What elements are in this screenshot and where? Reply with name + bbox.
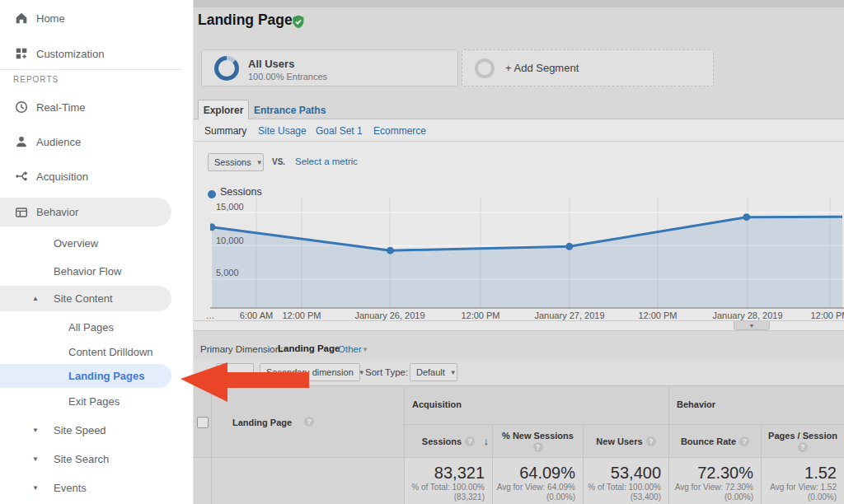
chevron-down-icon: ▼	[450, 369, 457, 376]
x-axis-tick: January 28, 2019	[712, 310, 782, 320]
column-header-new-sessions[interactable]: % New Sessions ?	[493, 425, 584, 458]
clock-icon	[13, 99, 30, 115]
totals-cell-new-users: 53,400 % of Total: 100.00% (53,400)	[584, 458, 669, 504]
add-segment-button[interactable]: + Add Segment	[462, 49, 714, 86]
caret-down-icon: ▼	[32, 455, 39, 463]
totals-cell-bounce-rate: 72.30% Avg for View: 72.30% (0.00%)	[669, 458, 762, 504]
segment-name: All Users	[248, 58, 294, 70]
group-header-label: Behavior	[677, 399, 715, 409]
top-shadow-strip	[193, 0, 844, 7]
column-header-sessions[interactable]: Sessions ? ↓	[405, 425, 493, 458]
reports-section-label: REPORTS	[13, 75, 59, 84]
sidebar-item-label: Behavior Flow	[54, 265, 121, 278]
total-value: 1.52	[762, 464, 844, 483]
group-header-acquisition: Acquisition	[405, 385, 669, 425]
sidebar-item-audience[interactable]: Audience	[0, 130, 171, 153]
sidebar-item-site-search[interactable]: ▼ Site Search	[0, 447, 171, 470]
sidebar-item-label: Landing Pages	[68, 370, 144, 382]
sidebar-item-exit-pages[interactable]: Exit Pages	[0, 390, 171, 413]
sidebar-item-label: Customization	[36, 48, 104, 60]
caret-down-icon: ▼	[32, 484, 39, 492]
add-segment-donut-icon	[475, 58, 495, 78]
x-axis-tick: 12:00 PM	[282, 310, 321, 320]
sidebar-item-customization[interactable]: Customization	[0, 42, 171, 65]
x-axis-tick: 12:00 PM	[810, 310, 844, 320]
sidebar-item-events[interactable]: ▼ Events	[0, 476, 171, 499]
add-segment-label: + Add Segment	[505, 62, 579, 74]
total-subtext: % of Total: 100.00%	[584, 483, 668, 492]
select-metric-link[interactable]: Select a metric	[295, 156, 358, 166]
segment-all-users[interactable]: All Users 100.00% Entrances	[201, 49, 458, 86]
help-icon[interactable]: ?	[646, 436, 656, 446]
tab-explorer[interactable]: Explorer	[198, 100, 249, 119]
help-icon[interactable]: ?	[739, 436, 749, 446]
column-header-bounce-rate[interactable]: Bounce Rate ?	[669, 425, 762, 458]
sidebar-item-label: Audience	[36, 136, 81, 148]
subnav-divider	[193, 141, 844, 142]
sort-type-value: Default	[416, 367, 445, 377]
primary-dimension-label: Primary Dimension:	[200, 344, 283, 354]
help-icon[interactable]: ?	[465, 436, 475, 446]
person-icon	[13, 133, 30, 150]
sidebar-item-all-pages[interactable]: All Pages	[0, 315, 171, 338]
sidebar-item-label: Site Content	[54, 292, 113, 305]
help-icon[interactable]: ?	[304, 417, 314, 427]
sidebar-item-acquisition[interactable]: Acquisition	[0, 165, 171, 188]
x-axis-tick: 12:00 PM	[461, 310, 499, 320]
sidebar-item-site-content[interactable]: ▲ Site Content	[0, 286, 171, 311]
subnav-goal-set-1[interactable]: Goal Set 1	[316, 125, 363, 137]
sidebar-item-content-drilldown[interactable]: Content Drilldown	[0, 340, 171, 363]
totals-cell-sessions: 83,321 % of Total: 100.00% (83,321)	[405, 458, 493, 504]
subnav-summary[interactable]: Summary	[204, 125, 246, 137]
totals-row-landing-page-cell	[212, 458, 405, 504]
help-icon[interactable]: ?	[533, 442, 543, 452]
customization-icon	[13, 45, 30, 62]
column-header-new-users[interactable]: New Users ?	[584, 425, 669, 458]
column-header-pages-session[interactable]: Pages / Session ?	[762, 425, 844, 458]
x-axis-tick: …	[206, 310, 215, 320]
sidebar-item-behavior-flow[interactable]: Behavior Flow	[0, 259, 171, 282]
ga-landing-pages-screen: { "sidebar": { "reports_label": "REPORTS…	[0, 0, 844, 504]
select-all-checkbox[interactable]	[197, 417, 209, 428]
total-subtext: (0.00%)	[762, 492, 844, 502]
total-subtext: (53,400)	[584, 492, 668, 502]
sidebar-item-label: Site Speed	[54, 424, 106, 436]
tab-entrance-paths[interactable]: Entrance Paths	[254, 105, 326, 116]
primary-dimension-value[interactable]: Landing Page	[278, 343, 340, 353]
column-header-label: Landing Page	[232, 418, 292, 427]
column-header-landing-page[interactable]: Landing Page ?	[212, 385, 405, 458]
sidebar-item-real-time[interactable]: Real-Time	[0, 96, 171, 119]
sort-type-dropdown[interactable]: Default ▼	[410, 363, 457, 381]
help-icon[interactable]: ?	[798, 442, 808, 452]
sidebar-item-home[interactable]: Home	[0, 7, 171, 30]
tab-label: Explorer	[204, 105, 244, 116]
data-point	[387, 247, 394, 254]
sidebar-item-label: Real-Time	[36, 101, 85, 114]
column-header-label: Sessions	[422, 436, 462, 446]
group-header-behavior: Behavior	[669, 385, 844, 425]
x-axis-tick: January 27, 2019	[534, 310, 604, 320]
sidebar-item-label: All Pages	[68, 321, 114, 334]
chevron-down-icon: ▼	[359, 369, 365, 376]
metric-dropdown[interactable]: Sessions ▼	[208, 153, 264, 171]
all-users-donut-icon	[214, 56, 239, 81]
sidebar-item-overview[interactable]: Overview	[0, 231, 171, 254]
subnav-ecommerce[interactable]: Ecommerce	[373, 125, 426, 137]
sidebar-item-landing-pages[interactable]: Landing Pages	[0, 364, 171, 388]
acquisition-branch-icon	[13, 168, 30, 184]
sidebar-item-site-speed[interactable]: ▼ Site Speed	[0, 418, 171, 441]
sidebar-item-label: Acquisition	[36, 170, 88, 183]
total-subtext: Avg for View: 64.09%	[493, 483, 583, 492]
chart-collapse-handle[interactable]: ▼	[734, 321, 770, 330]
sidebar: Home Customization REPORTS Real-Time Aud…	[0, 0, 194, 504]
totals-cell-pages-session: 1.52 Avg for View: 1.52 (0.00%)	[762, 458, 844, 504]
sort-type-label: Sort Type:	[365, 367, 408, 377]
x-axis-tick: January 26, 2019	[354, 310, 424, 320]
sidebar-item-behavior[interactable]: Behavior	[0, 198, 171, 226]
subnav-site-usage[interactable]: Site Usage	[258, 125, 307, 137]
page-title: Landing Pages	[198, 12, 300, 29]
column-header-label: Bounce Rate	[681, 436, 736, 446]
total-subtext: Avg for View: 1.52	[762, 483, 844, 492]
total-subtext: (83,321)	[405, 492, 492, 502]
primary-dimension-other[interactable]: Other	[338, 344, 362, 354]
